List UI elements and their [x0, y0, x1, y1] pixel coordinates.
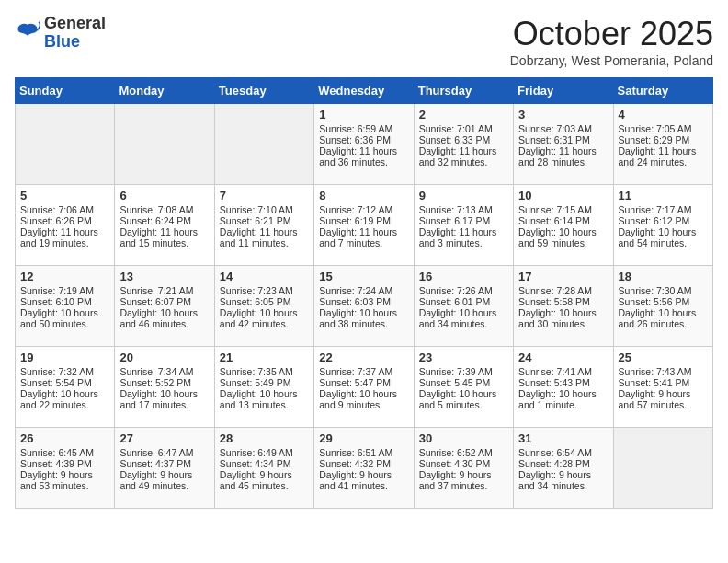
- calendar-cell: 31Sunrise: 6:54 AMSunset: 4:28 PMDayligh…: [514, 428, 613, 509]
- day-info: and 59 minutes.: [518, 237, 608, 248]
- day-info: and 9 minutes.: [319, 399, 408, 410]
- calendar-cell: 13Sunrise: 7:21 AMSunset: 6:07 PMDayligh…: [115, 266, 214, 347]
- day-info: Sunrise: 7:06 AM: [20, 204, 109, 215]
- day-info: Daylight: 11 hours: [20, 226, 109, 237]
- day-info: and 54 minutes.: [619, 237, 708, 248]
- day-info: Sunset: 6:10 PM: [20, 296, 109, 307]
- day-number: 15: [319, 270, 408, 283]
- weekday-header-saturday: Saturday: [613, 78, 712, 104]
- day-info: Sunset: 6:03 PM: [319, 296, 408, 307]
- day-number: 7: [220, 189, 309, 202]
- day-info: Sunset: 5:49 PM: [220, 377, 309, 388]
- day-info: Sunset: 4:34 PM: [220, 458, 309, 469]
- day-info: and 34 minutes.: [518, 480, 608, 491]
- day-info: Sunrise: 7:34 AM: [119, 366, 209, 377]
- calendar-cell: 16Sunrise: 7:26 AMSunset: 6:01 PMDayligh…: [414, 266, 513, 347]
- day-number: 17: [518, 270, 608, 283]
- week-row-1: 1Sunrise: 6:59 AMSunset: 6:36 PMDaylight…: [16, 104, 713, 185]
- day-number: 23: [419, 350, 508, 364]
- day-info: Sunset: 5:43 PM: [518, 377, 608, 388]
- day-info: and 53 minutes.: [20, 480, 109, 491]
- month-title: October 2025: [510, 15, 713, 53]
- day-info: and 1 minute.: [518, 399, 608, 410]
- day-info: Sunrise: 6:47 AM: [119, 447, 209, 458]
- day-info: Sunset: 6:29 PM: [619, 134, 708, 145]
- day-info: Sunset: 6:05 PM: [220, 296, 309, 307]
- calendar-cell: [214, 104, 313, 185]
- day-info: Sunrise: 7:24 AM: [319, 285, 408, 296]
- day-number: 12: [20, 270, 109, 283]
- calendar-cell: 2Sunrise: 7:01 AMSunset: 6:33 PMDaylight…: [414, 104, 513, 185]
- day-info: Sunrise: 7:17 AM: [619, 204, 708, 215]
- location-subtitle: Dobrzany, West Pomerania, Poland: [510, 53, 713, 68]
- day-info: Sunrise: 7:26 AM: [419, 285, 508, 296]
- week-row-4: 19Sunrise: 7:32 AMSunset: 5:54 PMDayligh…: [16, 347, 713, 428]
- day-number: 11: [619, 189, 708, 202]
- day-info: Sunset: 6:31 PM: [518, 134, 608, 145]
- day-info: and 5 minutes.: [419, 399, 508, 410]
- day-info: Daylight: 10 hours: [20, 307, 109, 318]
- calendar-cell: 5Sunrise: 7:06 AMSunset: 6:26 PMDaylight…: [16, 185, 115, 266]
- day-info: Sunrise: 6:54 AM: [518, 447, 608, 458]
- day-info: Daylight: 11 hours: [319, 145, 408, 156]
- calendar-cell: 11Sunrise: 7:17 AMSunset: 6:12 PMDayligh…: [613, 185, 712, 266]
- calendar-cell: 25Sunrise: 7:43 AMSunset: 5:41 PMDayligh…: [613, 347, 712, 428]
- day-info: Sunrise: 6:49 AM: [220, 447, 309, 458]
- day-info: and 13 minutes.: [220, 399, 309, 410]
- calendar-table: SundayMondayTuesdayWednesdayThursdayFrid…: [15, 77, 713, 509]
- calendar-cell: 12Sunrise: 7:19 AMSunset: 6:10 PMDayligh…: [16, 266, 115, 347]
- calendar-cell: 29Sunrise: 6:51 AMSunset: 4:32 PMDayligh…: [314, 428, 414, 509]
- day-info: Sunset: 5:54 PM: [20, 377, 109, 388]
- day-info: Sunrise: 6:52 AM: [419, 447, 508, 458]
- weekday-header-thursday: Thursday: [414, 78, 513, 104]
- day-info: Daylight: 10 hours: [619, 226, 708, 237]
- day-info: Sunset: 6:17 PM: [419, 215, 508, 226]
- day-info: Daylight: 9 hours: [518, 469, 608, 480]
- day-info: Sunrise: 7:08 AM: [119, 204, 209, 215]
- day-info: Daylight: 10 hours: [20, 388, 109, 399]
- day-info: and 22 minutes.: [20, 399, 109, 410]
- calendar-cell: 21Sunrise: 7:35 AMSunset: 5:49 PMDayligh…: [214, 347, 313, 428]
- weekday-header-row: SundayMondayTuesdayWednesdayThursdayFrid…: [16, 78, 713, 104]
- day-info: Daylight: 9 hours: [220, 469, 309, 480]
- day-info: Sunrise: 7:37 AM: [319, 366, 408, 377]
- day-info: Daylight: 11 hours: [419, 226, 508, 237]
- week-row-3: 12Sunrise: 7:19 AMSunset: 6:10 PMDayligh…: [16, 266, 713, 347]
- day-number: 28: [220, 431, 309, 445]
- day-info: and 50 minutes.: [20, 318, 109, 329]
- day-info: Daylight: 10 hours: [220, 388, 309, 399]
- day-number: 27: [119, 431, 209, 445]
- day-info: and 3 minutes.: [419, 237, 508, 248]
- calendar-cell: 27Sunrise: 6:47 AMSunset: 4:37 PMDayligh…: [115, 428, 214, 509]
- calendar-cell: 4Sunrise: 7:05 AMSunset: 6:29 PMDaylight…: [613, 104, 712, 185]
- day-info: and 24 minutes.: [619, 156, 708, 167]
- calendar-cell: 24Sunrise: 7:41 AMSunset: 5:43 PMDayligh…: [514, 347, 613, 428]
- calendar-cell: 30Sunrise: 6:52 AMSunset: 4:30 PMDayligh…: [414, 428, 513, 509]
- day-number: 6: [119, 189, 209, 202]
- logo-general: General: [44, 15, 106, 33]
- page-header: General Blue October 2025 Dobrzany, West…: [15, 15, 713, 68]
- calendar-cell: 17Sunrise: 7:28 AMSunset: 5:58 PMDayligh…: [514, 266, 613, 347]
- day-number: 26: [20, 431, 109, 445]
- calendar-cell: 6Sunrise: 7:08 AMSunset: 6:24 PMDaylight…: [115, 185, 214, 266]
- day-info: and 45 minutes.: [220, 480, 309, 491]
- day-info: and 15 minutes.: [119, 237, 209, 248]
- day-info: and 49 minutes.: [119, 480, 209, 491]
- calendar-cell: [613, 428, 712, 509]
- day-info: and 17 minutes.: [119, 399, 209, 410]
- day-number: 16: [419, 270, 508, 283]
- day-info: Daylight: 11 hours: [319, 226, 408, 237]
- day-info: Sunrise: 7:28 AM: [518, 285, 608, 296]
- day-info: Sunset: 4:32 PM: [319, 458, 408, 469]
- day-info: Sunset: 4:28 PM: [518, 458, 608, 469]
- calendar-cell: 20Sunrise: 7:34 AMSunset: 5:52 PMDayligh…: [115, 347, 214, 428]
- day-info: Daylight: 10 hours: [518, 226, 608, 237]
- day-info: Sunrise: 7:03 AM: [518, 123, 608, 134]
- weekday-header-tuesday: Tuesday: [214, 78, 313, 104]
- day-info: Daylight: 10 hours: [419, 307, 508, 318]
- day-info: and 30 minutes.: [518, 318, 608, 329]
- day-info: Sunrise: 7:10 AM: [220, 204, 309, 215]
- day-number: 4: [619, 108, 708, 121]
- calendar-cell: 7Sunrise: 7:10 AMSunset: 6:21 PMDaylight…: [214, 185, 313, 266]
- day-info: Sunset: 4:39 PM: [20, 458, 109, 469]
